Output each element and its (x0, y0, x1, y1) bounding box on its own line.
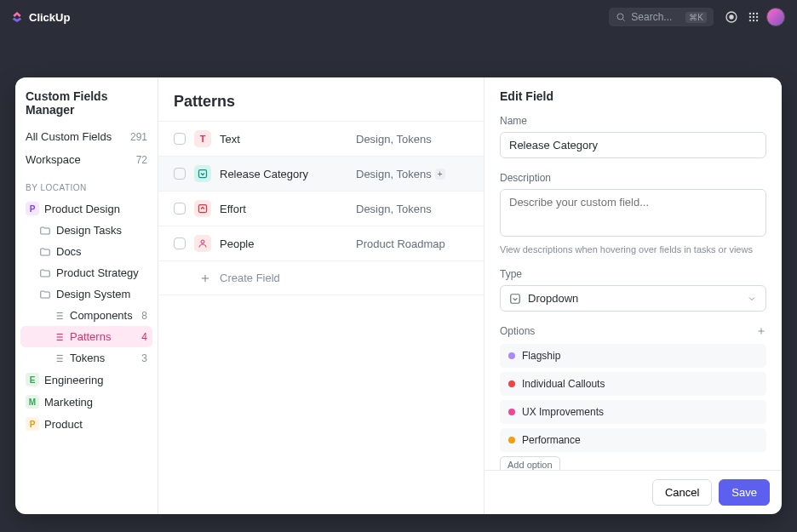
space-item[interactable]: MMarketing (20, 391, 152, 413)
name-label: Name (500, 115, 766, 127)
field-name: People (220, 237, 347, 250)
svg-point-0 (617, 14, 623, 20)
circle-plus-icon (725, 10, 738, 24)
folder-label: Docs (56, 245, 82, 258)
list-label: Components (70, 309, 133, 322)
option-color-dot (508, 409, 515, 415)
grid-icon (748, 11, 760, 23)
svg-rect-36 (511, 294, 520, 303)
svg-point-5 (753, 13, 754, 14)
add-option-button[interactable]: Add option (500, 456, 560, 470)
description-input[interactable] (500, 189, 766, 237)
name-input[interactable] (500, 132, 766, 158)
dropdown-option[interactable]: Performance (500, 428, 766, 452)
dropdown-option[interactable]: Flagship (500, 344, 766, 368)
folder-label: Product Strategy (56, 266, 139, 279)
field-row[interactable]: Effort Design, Tokens (158, 192, 484, 226)
list-item[interactable]: Patterns4 (20, 326, 152, 347)
svg-point-10 (749, 20, 751, 21)
folder-item[interactable]: Design Tasks (20, 220, 152, 241)
folder-item[interactable]: Docs (20, 241, 152, 262)
field-row[interactable]: People Product Roadmap (158, 226, 484, 261)
field-type-icon (194, 165, 211, 182)
app-logo[interactable]: ClickUp (10, 10, 70, 24)
record-button[interactable] (720, 6, 743, 28)
field-checkbox[interactable] (174, 237, 186, 249)
folder-item[interactable]: Product Strategy (20, 262, 152, 283)
space-item[interactable]: PProduct Design (20, 197, 152, 220)
apps-button[interactable] (743, 6, 765, 28)
option-label: Individual Callouts (522, 378, 605, 390)
space-badge: E (26, 373, 39, 386)
space-item[interactable]: EEngineering (20, 369, 152, 391)
options-label: Options (500, 325, 535, 337)
list-item[interactable]: Tokens3 (20, 347, 152, 369)
svg-point-11 (753, 20, 754, 21)
space-item[interactable]: PProduct (20, 413, 152, 435)
field-location: Design, Tokens (356, 133, 432, 146)
svg-rect-31 (199, 170, 207, 178)
add-option-icon[interactable] (756, 326, 766, 336)
create-field-button[interactable]: Create Field (158, 261, 484, 295)
user-avatar[interactable] (765, 6, 787, 28)
sidebar-workspace[interactable]: Workspace 72 (15, 148, 158, 171)
type-select[interactable]: Dropdown (500, 285, 766, 312)
space-label: Product Design (44, 203, 120, 215)
space-badge: P (26, 417, 39, 431)
dropdown-type-icon (509, 293, 521, 305)
sidebar-section-label: BY LOCATION (15, 171, 158, 197)
list-count: 8 (141, 310, 147, 322)
topbar: ClickUp Search... ⌘K (0, 0, 797, 34)
space-badge: M (26, 395, 39, 409)
list-item[interactable]: Components8 (20, 305, 152, 326)
field-type-icon (194, 235, 211, 252)
field-checkbox[interactable] (174, 168, 186, 180)
svg-point-33 (201, 240, 204, 243)
space-label: Product (44, 418, 83, 431)
folder-label: Design Tasks (56, 224, 122, 237)
field-location: Design, Tokens+ (356, 168, 445, 180)
search-placeholder: Search... (631, 11, 672, 23)
field-checkbox[interactable] (174, 203, 186, 215)
svg-point-4 (749, 13, 751, 14)
field-row[interactable]: Release Category Design, Tokens+ (158, 157, 484, 192)
space-label: Marketing (44, 396, 93, 409)
global-search[interactable]: Search... ⌘K (609, 8, 714, 26)
save-button[interactable]: Save (719, 479, 770, 506)
field-name: Release Category (220, 168, 347, 180)
chevron-down-icon (747, 294, 757, 304)
option-label: Flagship (522, 350, 560, 362)
cancel-button[interactable]: Cancel (652, 479, 712, 506)
field-row[interactable]: T Text Design, Tokens (158, 121, 484, 157)
dropdown-option[interactable]: Individual Callouts (500, 372, 766, 396)
svg-point-8 (753, 16, 754, 18)
svg-point-6 (756, 13, 758, 14)
option-color-dot (508, 380, 515, 387)
option-label: Performance (522, 434, 581, 446)
custom-fields-modal: Custom Fields Manager All Custom Fields … (15, 77, 782, 514)
field-checkbox[interactable] (174, 133, 186, 145)
edit-field-panel: Edit Field Name Description View descrip… (484, 77, 782, 514)
sidebar-all-fields[interactable]: All Custom Fields 291 (15, 125, 158, 148)
field-name: Text (220, 133, 347, 146)
list-count: 4 (141, 331, 147, 343)
space-label: Engineering (44, 374, 103, 386)
svg-point-9 (756, 16, 758, 18)
space-badge: P (26, 202, 39, 215)
panel-title: Edit Field (500, 89, 766, 103)
description-hint: View descriptions when hovering over fie… (500, 244, 766, 255)
type-label: Type (500, 268, 766, 280)
sidebar-title: Custom Fields Manager (15, 89, 158, 125)
svg-point-7 (749, 16, 751, 18)
field-type-icon: T (194, 130, 211, 147)
svg-line-1 (623, 20, 625, 21)
modal-backdrop: Custom Fields Manager All Custom Fields … (0, 34, 797, 532)
modal-sidebar: Custom Fields Manager All Custom Fields … (15, 77, 158, 514)
search-icon (616, 12, 626, 22)
app-name: ClickUp (29, 11, 70, 24)
dropdown-option[interactable]: UX Improvements (500, 400, 766, 424)
description-label: Description (500, 172, 766, 184)
folder-item[interactable]: Design System (20, 283, 152, 305)
folder-label: Design System (56, 288, 130, 300)
svg-point-3 (730, 15, 733, 19)
